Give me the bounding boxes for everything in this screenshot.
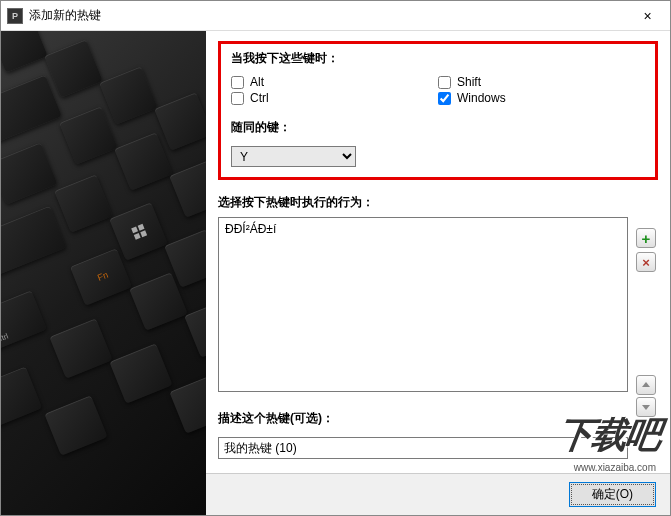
windows-checkbox-row[interactable]: Windows [438,91,645,105]
move-down-button[interactable] [636,397,656,417]
main-area: Fn Ctrl 当我按下这些键时： Alt Ctrl [1,31,670,515]
highlight-box: 当我按下这些键时： Alt Ctrl Shift [218,41,658,180]
content-area: 当我按下这些键时： Alt Ctrl Shift [206,31,670,515]
footer: 确定(O) [206,473,670,515]
describe-input[interactable] [218,437,628,459]
svg-rect-2 [133,233,140,240]
close-button[interactable]: × [625,1,670,30]
fn-key: Fn [70,248,132,306]
alt-label: Alt [250,75,264,89]
move-up-button[interactable] [636,375,656,395]
describe-label: 描述这个热键(可选)： [218,410,658,427]
keyboard-image: Fn Ctrl [1,31,206,515]
window-title: 添加新的热键 [29,7,625,24]
svg-rect-3 [140,230,147,237]
shift-label: Shift [457,75,481,89]
windows-checkbox[interactable] [438,92,451,105]
ok-button[interactable]: 确定(O) [569,482,656,507]
ctrl-checkbox[interactable] [231,92,244,105]
sidebar-image: Fn Ctrl [1,31,206,515]
modifiers-label: 当我按下这些键时： [231,50,645,67]
windows-label: Windows [457,91,506,105]
withkey-label: 随同的键： [231,119,645,136]
svg-rect-1 [137,224,144,231]
action-item[interactable]: ÐÐÍ²ÁÐ±í [225,222,621,236]
remove-action-button[interactable]: × [636,252,656,272]
alt-checkbox[interactable] [231,76,244,89]
app-icon [7,8,23,24]
titlebar: 添加新的热键 × [1,1,670,31]
add-action-button[interactable]: + [636,228,656,248]
withkey-select[interactable]: Y [231,146,356,167]
ctrl-key: Ctrl [1,290,47,350]
shift-checkbox-row[interactable]: Shift [438,75,645,89]
alt-checkbox-row[interactable]: Alt [231,75,438,89]
action-label: 选择按下热键时执行的行为： [218,194,658,211]
action-list[interactable]: ÐÐÍ²ÁÐ±í [218,217,628,392]
ctrl-label: Ctrl [250,91,269,105]
shift-checkbox[interactable] [438,76,451,89]
svg-rect-0 [131,226,138,233]
ctrl-checkbox-row[interactable]: Ctrl [231,91,438,105]
